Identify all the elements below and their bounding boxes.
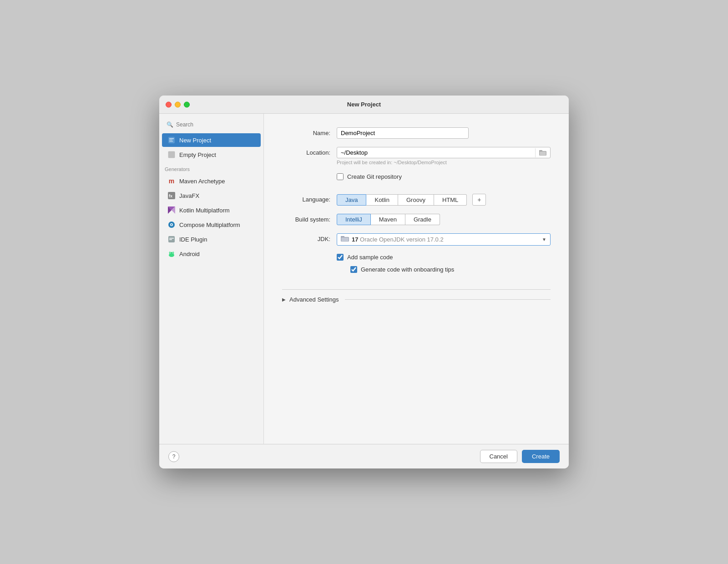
svg-rect-25 xyxy=(540,151,546,156)
svg-point-18 xyxy=(169,252,174,255)
kotlin-mp-icon xyxy=(167,206,176,214)
search-icon: 🔍 xyxy=(167,121,173,128)
close-button[interactable] xyxy=(166,101,172,107)
add-language-button[interactable]: + xyxy=(472,194,486,206)
name-input[interactable] xyxy=(337,127,469,139)
search-input[interactable] xyxy=(176,121,256,128)
sidebar-item-label: Empty Project xyxy=(179,151,216,158)
sidebar-item-compose-multiplatform[interactable]: Compose Multiplatform xyxy=(162,218,261,232)
svg-rect-15 xyxy=(169,239,172,240)
main-content: 🔍 New Project xyxy=(159,114,569,444)
name-field xyxy=(337,127,551,139)
window-controls xyxy=(166,101,190,107)
location-input-wrapper xyxy=(337,147,551,158)
sidebar-item-label: New Project xyxy=(179,137,211,144)
maximize-button[interactable] xyxy=(184,101,190,107)
svg-rect-14 xyxy=(169,238,174,239)
compose-icon xyxy=(167,221,176,229)
sidebar-item-label: Android xyxy=(179,251,200,257)
generate-onboarding-label[interactable]: Generate code with onboarding tips xyxy=(361,266,454,273)
svg-point-20 xyxy=(172,253,173,254)
sidebar: 🔍 New Project xyxy=(159,114,264,444)
form-area: Name: Location: xyxy=(264,114,569,444)
generators-section-label: Generators xyxy=(159,162,263,174)
minimize-button[interactable] xyxy=(175,101,181,107)
location-hint: Project will be created in: ~/Desktop/De… xyxy=(337,160,551,165)
location-field: Project will be created in: ~/Desktop/De… xyxy=(337,147,551,165)
search-wrapper: 🔍 xyxy=(164,120,259,129)
sidebar-item-ide-plugin[interactable]: IDE Plugin xyxy=(162,232,261,246)
add-sample-code-label[interactable]: Add sample code xyxy=(347,254,393,261)
jdk-description: Oracle OpenJDK version 17.0.2 xyxy=(360,236,444,243)
sidebar-item-kotlin-multiplatform[interactable]: Kotlin Multiplatform xyxy=(162,203,261,217)
sidebar-item-javafx[interactable]: fx JavaFX xyxy=(162,189,261,202)
android-icon xyxy=(167,250,176,258)
svg-rect-1 xyxy=(169,138,174,139)
footer: ? Cancel Create xyxy=(159,444,569,468)
create-button[interactable]: Create xyxy=(522,450,560,463)
search-bar: 🔍 xyxy=(159,117,263,133)
language-row: Language: Java Kotlin Groovy HTML + xyxy=(282,194,551,206)
sidebar-item-new-project[interactable]: New Project xyxy=(162,133,261,147)
dialog-title: New Project xyxy=(347,101,381,108)
sidebar-item-android[interactable]: Android xyxy=(162,247,261,261)
sidebar-item-maven-archetype[interactable]: m Maven Archetype xyxy=(162,174,261,188)
build-system-label: Build system: xyxy=(282,214,337,223)
ide-icon xyxy=(167,235,176,243)
cancel-button[interactable]: Cancel xyxy=(480,450,517,463)
svg-rect-3 xyxy=(169,141,173,142)
location-label: Location: xyxy=(282,147,337,156)
jdk-dropdown[interactable]: 17 Oracle OpenJDK version 17.0.2 ▼ xyxy=(337,233,551,246)
name-row: Name: xyxy=(282,127,551,139)
browse-button[interactable] xyxy=(535,148,550,157)
svg-rect-2 xyxy=(169,140,172,141)
svg-rect-28 xyxy=(341,237,349,242)
name-label: Name: xyxy=(282,127,337,136)
language-java-button[interactable]: Java xyxy=(337,194,366,206)
sidebar-item-label: Compose Multiplatform xyxy=(179,222,240,228)
svg-rect-4 xyxy=(168,151,175,158)
svg-point-19 xyxy=(170,253,171,254)
advanced-arrow-icon: ▶ xyxy=(282,297,286,302)
jdk-row: JDK: 17 Oracle OpenJDK version xyxy=(282,233,551,246)
advanced-settings-toggle[interactable]: ▶ Advanced Settings xyxy=(282,294,551,305)
language-button-group: Java Kotlin Groovy HTML xyxy=(337,194,467,206)
maven-icon: m xyxy=(167,177,176,185)
location-input[interactable] xyxy=(337,147,535,158)
sidebar-item-label: Kotlin Multiplatform xyxy=(179,207,230,214)
jdk-text: 17 Oracle OpenJDK version 17.0.2 xyxy=(352,236,539,243)
sample-code-row: Add sample code Generate code with onboa… xyxy=(282,254,551,278)
git-repo-checkbox-row: Create Git repository xyxy=(337,173,551,180)
language-kotlin-button[interactable]: Kotlin xyxy=(366,194,398,206)
generate-onboarding-checkbox-row: Generate code with onboarding tips xyxy=(350,266,551,273)
git-repo-label[interactable]: Create Git repository xyxy=(347,173,402,180)
help-button[interactable]: ? xyxy=(168,451,179,462)
git-repo-checkbox[interactable] xyxy=(337,173,344,180)
sidebar-item-label: Maven Archetype xyxy=(179,178,225,185)
language-label: Language: xyxy=(282,194,337,203)
language-html-button[interactable]: HTML xyxy=(434,194,467,206)
svg-point-12 xyxy=(171,224,172,226)
build-system-row: Build system: IntelliJ Maven Gradle xyxy=(282,214,551,225)
sidebar-item-label: JavaFX xyxy=(179,192,199,199)
build-gradle-button[interactable]: Gradle xyxy=(405,214,440,225)
sidebar-item-empty-project[interactable]: Empty Project xyxy=(162,148,261,161)
location-row: Location: Project will be created in: ~ xyxy=(282,147,551,165)
jdk-label: JDK: xyxy=(282,233,337,242)
build-intellij-button[interactable]: IntelliJ xyxy=(337,214,371,225)
new-project-icon xyxy=(167,136,176,144)
add-sample-code-checkbox[interactable] xyxy=(337,254,344,261)
language-groovy-button[interactable]: Groovy xyxy=(398,194,434,206)
new-project-dialog: New Project 🔍 New xyxy=(159,96,569,468)
advanced-settings-section: ▶ Advanced Settings xyxy=(282,289,551,305)
git-repo-row: Create Git repository xyxy=(282,173,551,186)
dropdown-arrow-icon: ▼ xyxy=(542,237,546,242)
svg-text:fx: fx xyxy=(169,194,172,198)
generate-onboarding-checkbox[interactable] xyxy=(350,266,357,273)
sidebar-item-label: IDE Plugin xyxy=(179,236,207,243)
title-bar: New Project xyxy=(159,96,569,114)
javafx-icon: fx xyxy=(167,191,176,200)
jdk-folder-icon xyxy=(341,236,349,243)
footer-actions: Cancel Create xyxy=(480,450,560,463)
build-maven-button[interactable]: Maven xyxy=(371,214,405,225)
